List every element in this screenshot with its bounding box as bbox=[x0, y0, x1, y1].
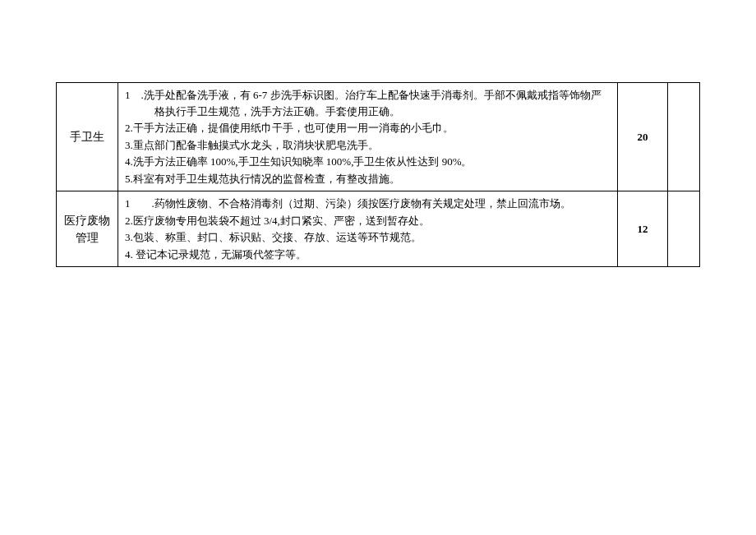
list-item: 2.干手方法正确，提倡使用纸巾干手，也可使用一用一消毒的小毛巾。 bbox=[125, 120, 611, 136]
list-item: 4.洗手方法正确率 100%,手卫生知识知晓率 100%,手卫生依从性达到 90… bbox=[125, 154, 611, 170]
category-text: 手卫生 bbox=[70, 131, 104, 143]
empty-cell bbox=[668, 83, 700, 191]
table-row: 医疗废物管理 1 .药物性废物、不合格消毒剂（过期、污染）须按医疗废物有关规定处… bbox=[57, 191, 700, 267]
score-cell: 12 bbox=[618, 191, 668, 267]
page: 手卫生 1 .洗手处配备洗手液，有 6-7 步洗手标识图。治疗车上配备快速手消毒… bbox=[0, 0, 756, 535]
score-value: 20 bbox=[638, 131, 648, 143]
list-item: 4. 登记本记录规范，无漏项代签字等。 bbox=[125, 247, 611, 263]
description-cell: 1 .药物性废物、不合格消毒剂（过期、污染）须按医疗废物有关规定处理，禁止回流市… bbox=[118, 191, 618, 267]
category-text: 医疗废物管理 bbox=[64, 214, 110, 244]
category-cell: 手卫生 bbox=[57, 83, 118, 191]
score-value: 12 bbox=[638, 223, 648, 235]
category-cell: 医疗废物管理 bbox=[57, 191, 118, 267]
table-row: 手卫生 1 .洗手处配备洗手液，有 6-7 步洗手标识图。治疗车上配备快速手消毒… bbox=[57, 83, 700, 191]
list-item: 1 .洗手处配备洗手液，有 6-7 步洗手标识图。治疗车上配备快速手消毒剂。手部… bbox=[125, 87, 611, 119]
list-item: 3.包装、称重、封口、标识贴、交接、存放、运送等环节规范。 bbox=[125, 229, 611, 246]
list-item: 3.重点部门配备非触摸式水龙头，取消块状肥皂洗手。 bbox=[125, 137, 611, 154]
description-cell: 1 .洗手处配备洗手液，有 6-7 步洗手标识图。治疗车上配备快速手消毒剂。手部… bbox=[118, 83, 618, 191]
list-item: 2.医疗废物专用包装袋不超过 3/4,封口紧实、严密，送到暂存处。 bbox=[125, 213, 611, 229]
main-table: 手卫生 1 .洗手处配备洗手液，有 6-7 步洗手标识图。治疗车上配备快速手消毒… bbox=[56, 82, 700, 267]
score-cell: 20 bbox=[618, 83, 668, 191]
list-item: 1 .药物性废物、不合格消毒剂（过期、污染）须按医疗废物有关规定处理，禁止回流市… bbox=[125, 196, 611, 212]
empty-cell bbox=[668, 191, 700, 267]
list-item: 5.科室有对手卫生规范执行情况的监督检查，有整改措施。 bbox=[125, 171, 611, 187]
